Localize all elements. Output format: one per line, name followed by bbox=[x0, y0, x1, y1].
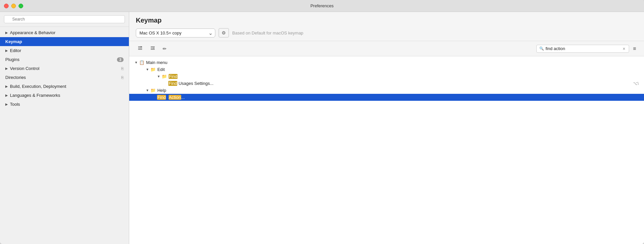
folder-icon: 📋 bbox=[139, 60, 144, 65]
search-box: 🔍 × bbox=[536, 45, 629, 53]
folder-icon: 📁 bbox=[150, 88, 156, 93]
sidebar-item-label: Version Control bbox=[10, 66, 39, 71]
toolbar: ✏ 🔍 × ≡ bbox=[129, 41, 644, 56]
sidebar-item-plugins[interactable]: Plugins 3 bbox=[0, 55, 129, 64]
title-bar: Preferences bbox=[0, 0, 644, 12]
search-box-icon: 🔍 bbox=[539, 46, 544, 51]
tree-row-edit[interactable]: ▼ 📁 Edit bbox=[129, 66, 644, 73]
tree-node-label: Find Action... bbox=[157, 95, 185, 100]
minimize-button[interactable] bbox=[11, 4, 16, 8]
search-clear-button[interactable]: × bbox=[622, 46, 626, 51]
tree-row-main-menu[interactable]: ▼ 📋 Main menu bbox=[129, 59, 644, 66]
expand-all-button[interactable] bbox=[134, 44, 146, 53]
sidebar-item-version-control[interactable]: ▶ Version Control ⎘ bbox=[0, 64, 129, 73]
arrow-icon: ▶ bbox=[5, 67, 8, 70]
sidebar-item-label: Plugins bbox=[5, 57, 20, 62]
edit-button[interactable]: ✏ bbox=[160, 44, 170, 53]
collapse-arrow-icon: ▼ bbox=[146, 68, 149, 71]
sidebar: 🔍 ▶ Appearance & Behavior Keymap ▶ Edito… bbox=[0, 12, 129, 244]
sidebar-item-keymap[interactable]: Keymap bbox=[0, 37, 129, 46]
tree-row-find-action[interactable]: Find Action... bbox=[129, 94, 644, 101]
close-button[interactable] bbox=[4, 4, 9, 8]
sidebar-item-appearance-behavior[interactable]: ▶ Appearance & Behavior bbox=[0, 28, 129, 37]
plugins-badge: 3 bbox=[117, 57, 124, 62]
arrow-icon: ▶ bbox=[5, 93, 8, 97]
highlight-action: Action bbox=[169, 95, 181, 100]
sidebar-item-languages-frameworks[interactable]: ▶ Languages & Frameworks bbox=[0, 91, 129, 100]
sidebar-item-label: Directories bbox=[5, 75, 26, 80]
sidebar-item-label: Appearance & Behavior bbox=[10, 30, 55, 35]
sidebar-item-build-execution[interactable]: ▶ Build, Execution, Deployment bbox=[0, 82, 129, 91]
folder-icon: 📁 bbox=[150, 67, 156, 72]
collapse-arrow-icon: ▼ bbox=[157, 75, 160, 78]
filter-button[interactable]: ≡ bbox=[630, 44, 639, 53]
highlight-find: Find bbox=[169, 74, 178, 79]
arrow-icon: ▶ bbox=[5, 85, 8, 88]
tree-row-help[interactable]: ▼ 📁 Help bbox=[129, 87, 644, 94]
tree-area[interactable]: ▼ 📋 Main menu ▼ 📁 Edit ▼ 📁 Find bbox=[129, 56, 644, 244]
sidebar-search-area: 🔍 bbox=[0, 12, 129, 27]
tree-node-label: Find Usages Settings... bbox=[168, 81, 213, 86]
sidebar-items-list: ▶ Appearance & Behavior Keymap ▶ Editor … bbox=[0, 27, 129, 244]
arrow-icon: ▶ bbox=[5, 102, 8, 106]
main-panel: Keymap Mac OS X 10.5+ copy ⌄ ⚙ Based on … bbox=[129, 12, 644, 244]
tree-row-find-usages[interactable]: Find Usages Settings... ⌥\ bbox=[129, 80, 644, 87]
main-header: Keymap Mac OS X 10.5+ copy ⌄ ⚙ Based on … bbox=[129, 12, 644, 41]
sidebar-item-label: Editor bbox=[10, 48, 21, 53]
keymap-search-input[interactable] bbox=[546, 46, 620, 51]
copy-icon: ⎘ bbox=[121, 66, 124, 71]
keymap-selector-row: Mac OS X 10.5+ copy ⌄ ⚙ Based on Default… bbox=[136, 28, 637, 37]
tree-node-label: Edit bbox=[157, 67, 165, 72]
collapse-arrow-icon: ▼ bbox=[146, 89, 149, 92]
arrow-icon: ▶ bbox=[5, 31, 8, 34]
arrow-icon: ▶ bbox=[5, 49, 8, 52]
collapse-all-icon bbox=[150, 45, 155, 51]
gear-button[interactable]: ⚙ bbox=[219, 28, 229, 37]
tree-node-label: Main menu bbox=[146, 60, 167, 65]
folder-icon: 📁 bbox=[162, 74, 167, 79]
highlight-find: Find bbox=[168, 81, 177, 86]
traffic-lights bbox=[4, 4, 23, 8]
keymap-select-wrapper: Mac OS X 10.5+ copy ⌄ bbox=[136, 29, 215, 37]
sidebar-search-wrapper: 🔍 bbox=[4, 15, 125, 23]
sidebar-item-label: Build, Execution, Deployment bbox=[10, 84, 66, 89]
sidebar-item-label: Tools bbox=[10, 102, 20, 107]
page-title: Keymap bbox=[136, 17, 637, 24]
copy-icon: ⎘ bbox=[121, 75, 124, 80]
tree-row-find-folder[interactable]: ▼ 📁 Find bbox=[129, 73, 644, 80]
keymap-select[interactable]: Mac OS X 10.5+ copy bbox=[136, 29, 215, 37]
sidebar-item-editor[interactable]: ▶ Editor bbox=[0, 46, 129, 55]
tree-node-label: Help bbox=[157, 88, 166, 93]
tree-node-label: Find bbox=[169, 74, 178, 79]
expand-all-icon bbox=[137, 45, 143, 51]
keymap-description: Based on Default for macOS keymap bbox=[232, 30, 303, 35]
shortcut-badge: ⌥\ bbox=[633, 81, 639, 86]
sidebar-item-directories[interactable]: Directories ⎘ bbox=[0, 73, 129, 82]
main-content: 🔍 ▶ Appearance & Behavior Keymap ▶ Edito… bbox=[0, 12, 644, 244]
highlight-find: Find bbox=[157, 95, 166, 100]
collapse-all-button[interactable] bbox=[147, 44, 158, 53]
preferences-window: Preferences 🔍 ▶ Appearance & Behavior Ke… bbox=[0, 0, 644, 244]
window-title: Preferences bbox=[310, 3, 334, 8]
collapse-arrow-icon: ▼ bbox=[134, 61, 138, 64]
sidebar-item-tools[interactable]: ▶ Tools bbox=[0, 100, 129, 109]
sidebar-item-label: Keymap bbox=[5, 39, 22, 44]
sidebar-item-label: Languages & Frameworks bbox=[10, 93, 60, 98]
sidebar-search-input[interactable] bbox=[4, 15, 125, 23]
maximize-button[interactable] bbox=[19, 4, 23, 8]
